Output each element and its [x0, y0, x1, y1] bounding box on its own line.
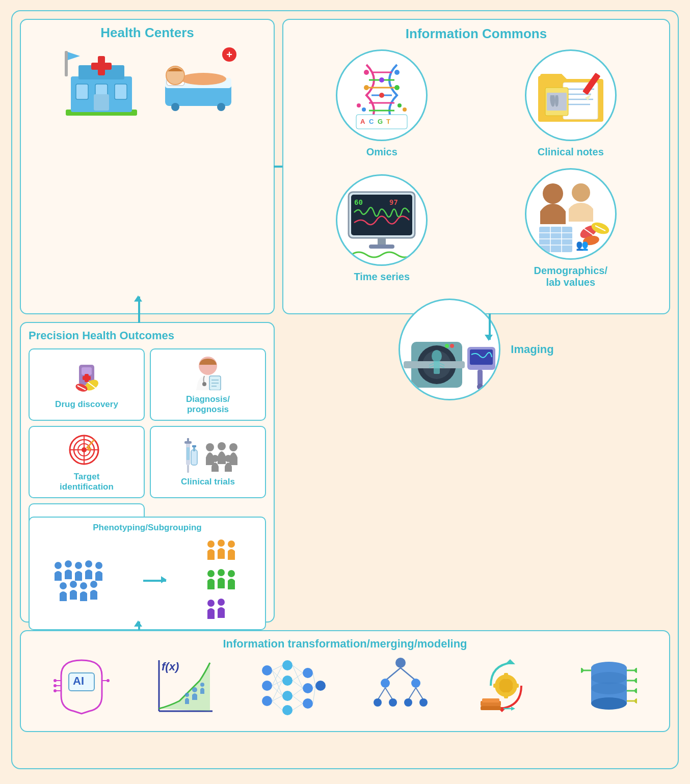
svg-text:AI: AI — [73, 674, 84, 687]
phenotyping-section: Phenotyping/Subgrouping — [29, 517, 266, 630]
svg-text:A: A — [360, 118, 365, 125]
bottom-section: Information transformation/merging/model… — [20, 630, 670, 732]
svg-point-137 — [218, 539, 225, 547]
svg-point-191 — [395, 658, 406, 668]
svg-point-36 — [362, 107, 366, 112]
svg-point-134 — [80, 582, 87, 589]
time-series-circle: 60 97 — [336, 174, 428, 266]
svg-point-136 — [207, 540, 215, 548]
clinical-trials-label: Clinical trials — [181, 477, 235, 487]
svg-rect-109 — [187, 465, 189, 473]
svg-point-55 — [572, 183, 590, 202]
svg-point-208 — [499, 679, 513, 693]
pho-box: Precision Health Outcomes — [20, 322, 275, 623]
svg-point-165 — [282, 691, 293, 701]
svg-point-133 — [70, 581, 77, 588]
svg-point-168 — [303, 683, 313, 693]
info-commons-title: Information Commons — [293, 26, 660, 42]
neural-network-icon — [259, 655, 326, 716]
subgroups-container — [203, 537, 244, 624]
svg-point-164 — [282, 675, 293, 686]
target-id-item: Target identification — [29, 426, 145, 498]
svg-point-157 — [192, 687, 197, 692]
svg-point-26 — [364, 85, 369, 90]
svg-rect-215 — [481, 706, 501, 710]
svg-point-138 — [228, 540, 235, 548]
svg-rect-211 — [493, 684, 499, 688]
omics-icon: A C G T — [341, 55, 422, 136]
svg-marker-205 — [505, 659, 515, 664]
svg-point-139 — [207, 570, 215, 577]
svg-point-201 — [389, 698, 397, 707]
svg-rect-113 — [192, 445, 196, 447]
svg-point-35 — [357, 103, 361, 107]
svg-point-143 — [218, 599, 225, 606]
svg-line-179 — [272, 701, 282, 710]
svg-point-232 — [581, 668, 583, 673]
svg-point-142 — [207, 600, 215, 607]
svg-rect-53 — [369, 245, 394, 249]
svg-point-228 — [634, 688, 637, 693]
people-group-icon — [204, 437, 240, 473]
svg-point-167 — [303, 668, 313, 678]
svg-point-161 — [262, 681, 272, 691]
svg-point-114 — [206, 443, 214, 451]
database-icon — [581, 655, 637, 716]
main-container: Health Centers — [11, 10, 679, 769]
ic-grid: A C G T Omics — [293, 49, 660, 303]
svg-point-226 — [634, 678, 637, 683]
svg-point-149 — [54, 679, 57, 682]
svg-point-140 — [218, 569, 225, 576]
svg-marker-217 — [511, 707, 515, 711]
diagnosis-item: Diagnosis/ prognosis — [150, 348, 266, 421]
purple-group-icon — [203, 596, 234, 624]
drug-discovery-icon — [69, 360, 104, 395]
svg-rect-111 — [191, 450, 197, 465]
hospital-icon — [61, 46, 142, 117]
svg-point-169 — [303, 698, 313, 709]
svg-point-131 — [95, 562, 102, 569]
svg-point-166 — [282, 705, 293, 715]
svg-point-194 — [381, 679, 390, 688]
svg-text:T: T — [386, 118, 390, 125]
decision-tree-icon — [370, 655, 431, 716]
transform-icons: AI f(x) — [31, 655, 659, 717]
svg-rect-52 — [378, 238, 386, 246]
etl-gear-icon — [475, 655, 537, 716]
svg-marker-10 — [68, 52, 80, 60]
syringe-icon — [177, 437, 200, 473]
svg-point-17 — [217, 103, 225, 111]
clinical-notes-label: Clinical notes — [538, 146, 604, 158]
middle-right-spacer — [282, 322, 670, 623]
omics-label: Omics — [366, 146, 397, 158]
time-series-label: Time series — [354, 271, 410, 283]
svg-text:f(x): f(x) — [162, 660, 179, 673]
svg-text:G: G — [378, 118, 383, 125]
diagnosis-icon — [190, 355, 226, 390]
svg-line-192 — [385, 668, 401, 681]
svg-line-199 — [416, 688, 423, 700]
omics-item: A C G T Omics — [293, 49, 471, 158]
health-centers-icons: + — [29, 46, 266, 117]
svg-point-170 — [315, 681, 326, 691]
svg-point-38 — [403, 107, 407, 112]
svg-point-128 — [65, 560, 72, 567]
svg-point-141 — [228, 570, 235, 577]
fx-chart-icon: f(x) — [154, 655, 215, 716]
svg-point-37 — [397, 103, 402, 107]
top-section: Health Centers — [20, 19, 670, 314]
time-series-item: 60 97 Time series — [293, 168, 471, 288]
svg-point-222 — [591, 682, 627, 694]
svg-point-203 — [419, 698, 428, 707]
target-id-label: Target identification — [60, 472, 114, 492]
svg-text:👥: 👥 — [576, 239, 589, 251]
drug-discovery-item: Drug discovery — [29, 348, 145, 421]
svg-line-198 — [408, 688, 416, 700]
svg-point-28 — [379, 77, 384, 83]
phenotyping-icons — [35, 537, 260, 624]
svg-point-24 — [364, 70, 369, 75]
omics-circle: A C G T — [336, 49, 428, 141]
patient-bed-wrapper: + — [163, 50, 234, 113]
ai-head-icon: AI — [54, 655, 110, 716]
svg-point-135 — [90, 581, 97, 588]
